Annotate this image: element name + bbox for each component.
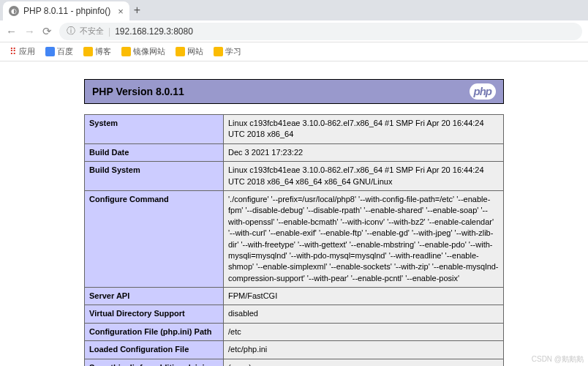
info-key: Build System	[85, 162, 224, 191]
info-key: System	[85, 115, 224, 144]
apps-label: 应用	[19, 46, 35, 57]
php-logo-text: php	[474, 85, 492, 97]
info-value: disabled	[224, 305, 504, 323]
info-value: Dec 3 2021 17:23:22	[224, 143, 504, 161]
bookmark-label: 百度	[57, 46, 73, 57]
php-version-title: PHP Version 8.0.11	[92, 86, 184, 97]
bookmark-label: 网站	[187, 46, 203, 57]
php-header: PHP Version 8.0.11 php	[84, 79, 504, 104]
info-key: Loaded Configuration File	[85, 341, 224, 359]
divider: |	[108, 26, 110, 37]
folder-icon	[214, 47, 223, 56]
reload-button[interactable]: ⟳	[42, 25, 52, 38]
info-key: Scan this dir for additional .ini files	[85, 359, 224, 366]
table-row: Configure Command'./configure' '--prefix…	[85, 190, 504, 287]
info-key: Virtual Directory Support	[85, 305, 224, 323]
info-value: (none)	[224, 359, 504, 366]
info-value: /etc/php.ini	[224, 341, 504, 359]
folder-icon	[45, 47, 55, 56]
folder-icon	[121, 47, 131, 56]
bookmark-item[interactable]: 博客	[80, 45, 115, 59]
table-row: Configuration File (php.ini) Path/etc	[85, 323, 504, 340]
bookmark-item[interactable]: 网站	[172, 45, 207, 59]
page-content: PHP Version 8.0.11 php SystemLinux c193f…	[0, 61, 588, 366]
bookmark-item[interactable]: 学习	[210, 45, 245, 59]
table-row: Virtual Directory Supportdisabled	[85, 305, 504, 323]
new-tab-button[interactable]: +	[134, 4, 140, 17]
table-row: Build DateDec 3 2021 17:23:22	[85, 143, 504, 161]
globe-icon: ◐	[9, 6, 19, 16]
info-value: './configure' '--prefix=/usr/local/php8'…	[224, 190, 504, 287]
tab-bar: ◐ PHP 8.0.11 - phpinfo() × +	[0, 0, 588, 20]
address-text: 192.168.129.3:8080	[115, 26, 193, 37]
bookmark-label: 学习	[225, 46, 241, 57]
back-button[interactable]: ←	[6, 25, 17, 37]
info-key: Configure Command	[85, 190, 224, 287]
warning-icon: ⓘ	[67, 25, 75, 37]
info-key: Server API	[85, 288, 224, 305]
browser-tab[interactable]: ◐ PHP 8.0.11 - phpinfo() ×	[3, 1, 129, 20]
table-row: Loaded Configuration File/etc/php.ini	[85, 341, 504, 359]
tab-title: PHP 8.0.11 - phpinfo()	[23, 6, 110, 16]
apps-button[interactable]: ⠿ 应用	[6, 45, 39, 59]
nav-bar: ← → ⟳ ⓘ 不安全 | 192.168.129.3:8080	[0, 20, 588, 42]
bookmark-item[interactable]: 镜像网站	[118, 45, 169, 59]
bookmark-item[interactable]: 百度	[42, 45, 77, 59]
folder-icon	[83, 47, 93, 56]
bookmark-label: 镜像网站	[133, 46, 165, 57]
bookmarks-bar: ⠿ 应用 百度 博客 镜像网站 网站 学习	[0, 42, 588, 61]
phpinfo-panel: PHP Version 8.0.11 php SystemLinux c193f…	[84, 79, 504, 366]
info-key: Configuration File (php.ini) Path	[85, 323, 224, 340]
info-key: Build Date	[85, 143, 224, 161]
forward-button[interactable]: →	[24, 25, 35, 37]
apps-icon: ⠿	[10, 46, 17, 57]
table-row: SystemLinux c193fcb41eae 3.10.0-862.el7.…	[85, 115, 504, 144]
phpinfo-table: SystemLinux c193fcb41eae 3.10.0-862.el7.…	[84, 114, 504, 366]
php-logo: php	[470, 83, 497, 100]
insecure-label: 不安全	[80, 26, 104, 37]
info-value: Linux c193fcb41eae 3.10.0-862.el7.x86_64…	[224, 115, 504, 144]
info-value: FPM/FastCGI	[224, 288, 504, 305]
info-value: Linux c193fcb41eae 3.10.0-862.el7.x86_64…	[224, 162, 504, 191]
table-row: Server APIFPM/FastCGI	[85, 288, 504, 305]
watermark: CSDN @鹅鹅鹅	[532, 354, 584, 365]
info-value: /etc	[224, 323, 504, 340]
table-row: Scan this dir for additional .ini files(…	[85, 359, 504, 366]
table-row: Build SystemLinux c193fcb41eae 3.10.0-86…	[85, 162, 504, 191]
address-bar[interactable]: ⓘ 不安全 | 192.168.129.3:8080	[59, 23, 582, 40]
close-icon[interactable]: ×	[118, 6, 124, 17]
folder-icon	[176, 47, 185, 56]
bookmark-label: 博客	[95, 46, 111, 57]
